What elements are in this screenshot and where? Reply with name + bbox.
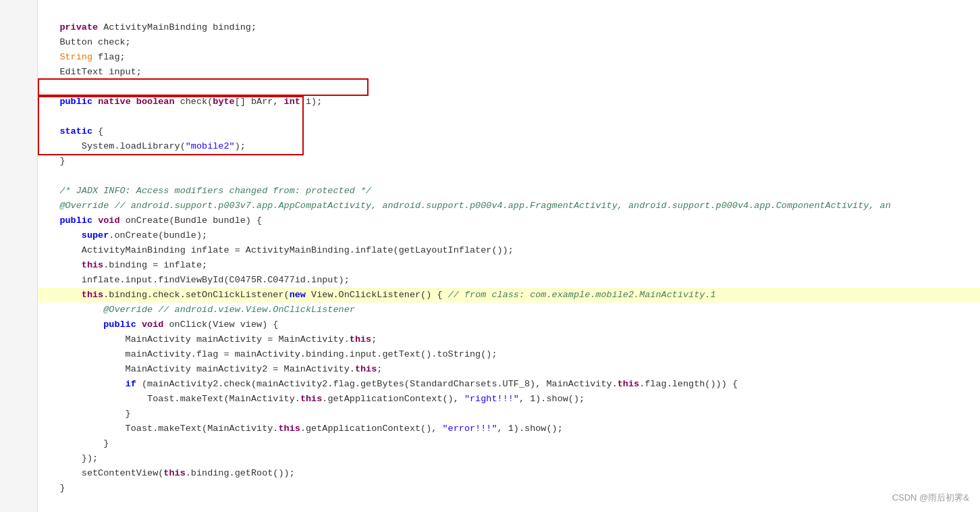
- line-code: }: [32, 407, 980, 421]
- line-number-gutter: [0, 0, 38, 512]
- line-code: setContentView(this.binding.getRoot());: [32, 466, 980, 481]
- code-line: [0, 109, 980, 124]
- code-line: 35 MainActivity mainActivity = MainActiv…: [0, 332, 980, 347]
- code-line: String flag;: [0, 50, 980, 65]
- code-line: Button check;: [0, 35, 980, 50]
- code-line: 30 this.binding = inflate;: [0, 258, 980, 273]
- code-line: 28 super.onCreate(bundle);: [0, 228, 980, 243]
- line-code: public native boolean check(byte[] bArr,…: [32, 95, 980, 109]
- code-line: static {: [0, 124, 980, 139]
- code-viewer: private ActivityMainBinding binding; But…: [0, 0, 980, 512]
- code-line: if (mainActivity2.check(mainActivity2.fl…: [0, 377, 980, 392]
- line-code: System.loadLibrary("mobile2");: [32, 139, 980, 154]
- code-line: }: [0, 154, 980, 169]
- line-code: MainActivity mainActivity2 = MainActivit…: [32, 362, 980, 377]
- code-line: @Override // android.view.View.OnClickLi…: [0, 303, 980, 317]
- line-code: inflate.input.findViewByI​d(C0475R.C0477…: [32, 273, 980, 288]
- line-code: this.binding = inflate;: [32, 258, 980, 273]
- code-line: [0, 5, 980, 20]
- code-line: /* JADX INFO: Access modifiers changed f…: [0, 184, 980, 199]
- line-code: private ActivityMainBinding binding;: [32, 20, 980, 35]
- line-code: if (mainActivity2.check(mainActivity2.fl…: [32, 377, 980, 392]
- line-code: }: [32, 481, 980, 496]
- code-line: 34 public void onClick(View view) {: [0, 317, 980, 332]
- line-code: });: [32, 451, 980, 466]
- code-line: [0, 80, 980, 95]
- line-code: public void onCreate(Bundle bundle) {: [32, 213, 980, 228]
- watermark: CSDN @雨后初霁&: [892, 492, 969, 504]
- code-line: private ActivityMainBinding binding;: [0, 20, 980, 35]
- line-code: MainActivity mainActivity = MainActivity…: [32, 332, 980, 347]
- line-code: this.binding.check.setOnClickListener(ne…: [32, 288, 980, 303]
- code-line: 42 setContentView(this.binding.getRoot()…: [0, 466, 980, 481]
- line-code: Toast.makeText(MainActivity.this.getAppl…: [32, 421, 980, 436]
- code-line: @Override // android.support.p003v7.app.…: [0, 199, 980, 213]
- line-code: Button check;: [32, 35, 980, 50]
- code-line: 29 ActivityMainBinding inflate = Activit…: [0, 243, 980, 258]
- code-line: });: [0, 451, 980, 466]
- code-line: 27 public void onCreate(Bundle bundle) {: [0, 213, 980, 228]
- code-line: 32 this.binding.check.setOnClickListener…: [0, 288, 980, 303]
- code-line: 14 mainActivity.flag = mainActivity.bind…: [0, 347, 980, 362]
- line-code: Toast.makeText(MainActivity.this.getAppl…: [32, 392, 980, 407]
- code-line: }: [0, 436, 980, 451]
- code-line: }: [0, 407, 980, 421]
- code-line: 37 Toast.makeText(MainActivity.this.getA…: [0, 392, 980, 407]
- line-code: @Override // android.view.View.OnClickLi…: [32, 303, 980, 317]
- line-code: @Override // android.support.p003v7.app.…: [32, 199, 980, 213]
- line-code: public void onClick(View view) {: [32, 317, 980, 332]
- code-content: private ActivityMainBinding binding; But…: [0, 5, 980, 512]
- code-line: [0, 496, 980, 511]
- line-code: ActivityMainBinding inflate = ActivityMa…: [32, 243, 980, 258]
- line-code: String flag;: [32, 50, 980, 65]
- line-code: super.onCreate(bundle);: [32, 228, 980, 243]
- line-code: }: [32, 436, 980, 451]
- code-line: }: [0, 481, 980, 496]
- line-code: mainActivity.flag = mainActivity.binding…: [32, 347, 980, 362]
- line-code: static {: [32, 124, 980, 139]
- code-line: public native boolean check(byte[] bArr,…: [0, 95, 980, 109]
- code-line: EditText input;: [0, 65, 980, 80]
- code-line: 18 System.loadLibrary("mobile2");: [0, 139, 980, 154]
- code-line: [0, 169, 980, 184]
- line-code: EditText input;: [32, 65, 980, 80]
- code-line: 36 MainActivity mainActivity2 = MainActi…: [0, 362, 980, 377]
- code-line: 31 inflate.input.findViewByI​d(C0475R.C0…: [0, 273, 980, 288]
- line-code: }: [32, 154, 980, 169]
- line-code: /* JADX INFO: Access modifiers changed f…: [32, 184, 980, 199]
- code-line: 39 Toast.makeText(MainActivity.this.getA…: [0, 421, 980, 436]
